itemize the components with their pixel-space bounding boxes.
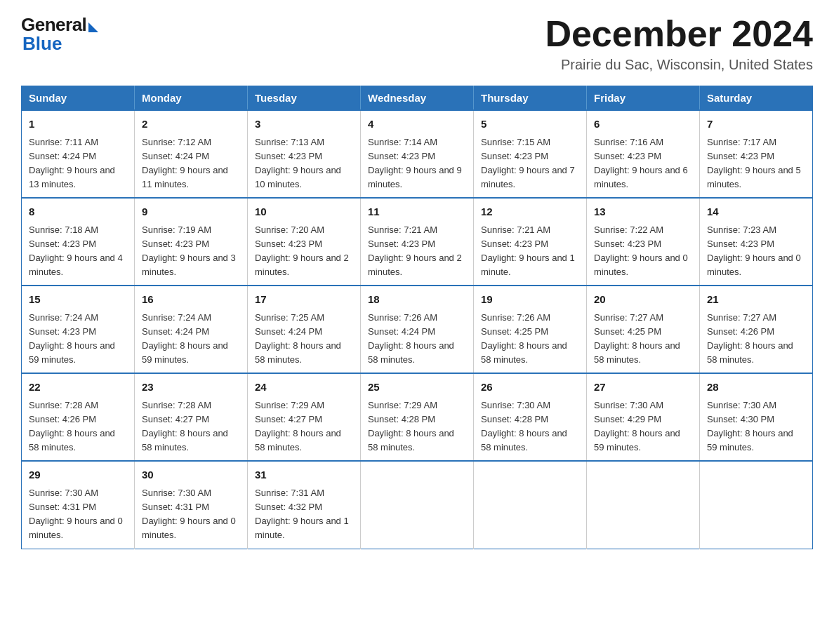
calendar-cell: 23Sunrise: 7:28 AMSunset: 4:27 PMDayligh… <box>135 373 248 461</box>
day-number: 18 <box>368 292 466 308</box>
calendar-week-row: 15Sunrise: 7:24 AMSunset: 4:23 PMDayligh… <box>22 286 813 373</box>
calendar-cell <box>361 461 474 549</box>
location-text: Prairie du Sac, Wisconsin, United States <box>545 57 813 73</box>
day-number: 20 <box>594 292 692 308</box>
day-info: Sunrise: 7:26 AMSunset: 4:24 PMDaylight:… <box>368 311 466 368</box>
day-info: Sunrise: 7:21 AMSunset: 4:23 PMDaylight:… <box>368 223 466 280</box>
calendar-cell: 25Sunrise: 7:29 AMSunset: 4:28 PMDayligh… <box>361 373 474 461</box>
calendar-cell: 10Sunrise: 7:20 AMSunset: 4:23 PMDayligh… <box>248 198 361 286</box>
calendar-cell: 27Sunrise: 7:30 AMSunset: 4:29 PMDayligh… <box>587 373 700 461</box>
day-number: 24 <box>255 380 353 396</box>
calendar-cell: 12Sunrise: 7:21 AMSunset: 4:23 PMDayligh… <box>474 198 587 286</box>
day-number: 3 <box>255 116 353 133</box>
day-info: Sunrise: 7:12 AMSunset: 4:24 PMDaylight:… <box>142 135 240 192</box>
day-number: 9 <box>142 204 240 220</box>
day-info: Sunrise: 7:21 AMSunset: 4:23 PMDaylight:… <box>481 223 579 280</box>
calendar-cell: 15Sunrise: 7:24 AMSunset: 4:23 PMDayligh… <box>22 286 135 373</box>
day-info: Sunrise: 7:31 AMSunset: 4:32 PMDaylight:… <box>255 486 353 543</box>
day-number: 21 <box>707 292 805 308</box>
day-number: 4 <box>368 116 466 133</box>
calendar-cell: 3Sunrise: 7:13 AMSunset: 4:23 PMDaylight… <box>248 110 361 198</box>
calendar-cell: 11Sunrise: 7:21 AMSunset: 4:23 PMDayligh… <box>361 198 474 286</box>
calendar-header-tuesday: Tuesday <box>248 86 361 111</box>
calendar-header-friday: Friday <box>587 86 700 111</box>
day-info: Sunrise: 7:30 AMSunset: 4:29 PMDaylight:… <box>594 398 692 455</box>
day-info: Sunrise: 7:15 AMSunset: 4:23 PMDaylight:… <box>481 135 579 192</box>
calendar-week-row: 29Sunrise: 7:30 AMSunset: 4:31 PMDayligh… <box>22 461 813 549</box>
day-info: Sunrise: 7:24 AMSunset: 4:24 PMDaylight:… <box>142 311 240 368</box>
day-number: 11 <box>368 204 466 220</box>
day-number: 22 <box>29 380 127 396</box>
calendar-cell: 7Sunrise: 7:17 AMSunset: 4:23 PMDaylight… <box>700 110 813 198</box>
day-info: Sunrise: 7:30 AMSunset: 4:31 PMDaylight:… <box>29 486 127 543</box>
day-info: Sunrise: 7:29 AMSunset: 4:27 PMDaylight:… <box>255 398 353 455</box>
calendar-header-row: SundayMondayTuesdayWednesdayThursdayFrid… <box>22 86 813 111</box>
calendar-cell: 18Sunrise: 7:26 AMSunset: 4:24 PMDayligh… <box>361 286 474 373</box>
logo: General Blue <box>21 14 98 55</box>
calendar-cell: 4Sunrise: 7:14 AMSunset: 4:23 PMDaylight… <box>361 110 474 198</box>
day-number: 29 <box>29 467 127 483</box>
calendar-cell: 17Sunrise: 7:25 AMSunset: 4:24 PMDayligh… <box>248 286 361 373</box>
day-info: Sunrise: 7:20 AMSunset: 4:23 PMDaylight:… <box>255 223 353 280</box>
day-number: 12 <box>481 204 579 220</box>
calendar-cell: 6Sunrise: 7:16 AMSunset: 4:23 PMDaylight… <box>587 110 700 198</box>
day-number: 25 <box>368 380 466 396</box>
day-number: 10 <box>255 204 353 220</box>
day-number: 19 <box>481 292 579 308</box>
calendar-cell: 24Sunrise: 7:29 AMSunset: 4:27 PMDayligh… <box>248 373 361 461</box>
calendar-cell <box>587 461 700 549</box>
calendar-cell: 5Sunrise: 7:15 AMSunset: 4:23 PMDaylight… <box>474 110 587 198</box>
day-number: 30 <box>142 467 240 483</box>
calendar-header-sunday: Sunday <box>22 86 135 111</box>
title-block: December 2024 Prairie du Sac, Wisconsin,… <box>545 14 813 73</box>
calendar-week-row: 22Sunrise: 7:28 AMSunset: 4:26 PMDayligh… <box>22 373 813 461</box>
calendar-cell: 14Sunrise: 7:23 AMSunset: 4:23 PMDayligh… <box>700 198 813 286</box>
calendar-cell: 21Sunrise: 7:27 AMSunset: 4:26 PMDayligh… <box>700 286 813 373</box>
day-info: Sunrise: 7:27 AMSunset: 4:26 PMDaylight:… <box>707 311 805 368</box>
calendar-cell: 26Sunrise: 7:30 AMSunset: 4:28 PMDayligh… <box>474 373 587 461</box>
day-info: Sunrise: 7:16 AMSunset: 4:23 PMDaylight:… <box>594 135 692 192</box>
day-number: 31 <box>255 467 353 483</box>
day-info: Sunrise: 7:30 AMSunset: 4:31 PMDaylight:… <box>142 486 240 543</box>
month-title: December 2024 <box>545 14 813 54</box>
day-number: 14 <box>707 204 805 220</box>
day-info: Sunrise: 7:25 AMSunset: 4:24 PMDaylight:… <box>255 311 353 368</box>
calendar-cell: 2Sunrise: 7:12 AMSunset: 4:24 PMDaylight… <box>135 110 248 198</box>
calendar-week-row: 1Sunrise: 7:11 AMSunset: 4:24 PMDaylight… <box>22 110 813 198</box>
calendar-cell: 28Sunrise: 7:30 AMSunset: 4:30 PMDayligh… <box>700 373 813 461</box>
day-info: Sunrise: 7:28 AMSunset: 4:26 PMDaylight:… <box>29 398 127 455</box>
calendar-cell: 19Sunrise: 7:26 AMSunset: 4:25 PMDayligh… <box>474 286 587 373</box>
calendar-cell <box>474 461 587 549</box>
day-number: 27 <box>594 380 692 396</box>
calendar-header-saturday: Saturday <box>700 86 813 111</box>
day-info: Sunrise: 7:24 AMSunset: 4:23 PMDaylight:… <box>29 311 127 368</box>
day-number: 5 <box>481 116 579 133</box>
day-number: 8 <box>29 204 127 220</box>
day-info: Sunrise: 7:13 AMSunset: 4:23 PMDaylight:… <box>255 135 353 192</box>
day-number: 15 <box>29 292 127 308</box>
calendar-cell: 30Sunrise: 7:30 AMSunset: 4:31 PMDayligh… <box>135 461 248 549</box>
logo-arrow-icon <box>88 22 98 32</box>
day-number: 13 <box>594 204 692 220</box>
calendar-cell: 29Sunrise: 7:30 AMSunset: 4:31 PMDayligh… <box>22 461 135 549</box>
calendar-cell: 13Sunrise: 7:22 AMSunset: 4:23 PMDayligh… <box>587 198 700 286</box>
day-number: 23 <box>142 380 240 396</box>
logo-blue-text: Blue <box>22 33 62 55</box>
day-number: 1 <box>29 116 127 133</box>
day-info: Sunrise: 7:18 AMSunset: 4:23 PMDaylight:… <box>29 223 127 280</box>
calendar-cell: 20Sunrise: 7:27 AMSunset: 4:25 PMDayligh… <box>587 286 700 373</box>
day-info: Sunrise: 7:27 AMSunset: 4:25 PMDaylight:… <box>594 311 692 368</box>
day-info: Sunrise: 7:30 AMSunset: 4:28 PMDaylight:… <box>481 398 579 455</box>
day-info: Sunrise: 7:17 AMSunset: 4:23 PMDaylight:… <box>707 135 805 192</box>
day-info: Sunrise: 7:11 AMSunset: 4:24 PMDaylight:… <box>29 135 127 192</box>
calendar-cell: 1Sunrise: 7:11 AMSunset: 4:24 PMDaylight… <box>22 110 135 198</box>
calendar-header-thursday: Thursday <box>474 86 587 111</box>
day-info: Sunrise: 7:30 AMSunset: 4:30 PMDaylight:… <box>707 398 805 455</box>
day-number: 2 <box>142 116 240 133</box>
day-number: 16 <box>142 292 240 308</box>
calendar-header-wednesday: Wednesday <box>361 86 474 111</box>
day-number: 26 <box>481 380 579 396</box>
day-number: 7 <box>707 116 805 133</box>
calendar-cell: 16Sunrise: 7:24 AMSunset: 4:24 PMDayligh… <box>135 286 248 373</box>
day-number: 17 <box>255 292 353 308</box>
